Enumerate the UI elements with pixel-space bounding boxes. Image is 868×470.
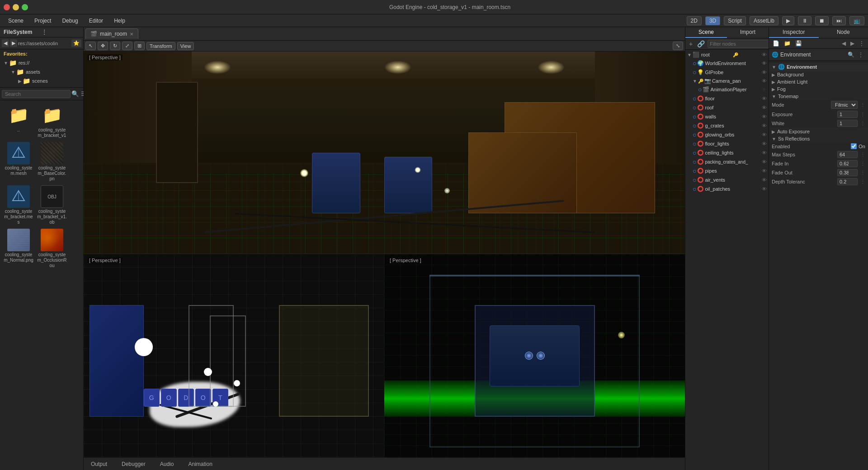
- enabled-checkbox[interactable]: [851, 143, 857, 149]
- search-environment-btn[interactable]: 🔍: [846, 51, 856, 59]
- filesystem-menu-icon[interactable]: ⋮: [42, 29, 80, 35]
- visibility-icon[interactable]: 👁: [762, 168, 767, 174]
- tree-item-scenes[interactable]: ▶ 📁 scenes: [18, 76, 80, 85]
- expand-button[interactable]: ⤡: [673, 42, 683, 50]
- scale-tool-button[interactable]: ⤢: [122, 42, 132, 50]
- bookmark-button[interactable]: ⭐: [71, 39, 81, 47]
- maximize-button[interactable]: [22, 4, 28, 10]
- move-tool-button[interactable]: ✥: [98, 42, 108, 50]
- inspector-tab[interactable]: Inspector: [769, 27, 819, 38]
- save-icon-btn[interactable]: 💾: [793, 39, 804, 47]
- step-button[interactable]: ⏭: [832, 16, 846, 25]
- ss-reflections-subsection[interactable]: ▼ Ss Reflections: [769, 135, 868, 142]
- scene-node-walls[interactable]: ○ ⭕ walls 👁: [691, 112, 769, 121]
- scene-node-giprobe[interactable]: ○ 💡 GIProbe 👁: [691, 68, 769, 77]
- transform-tool-button[interactable]: ⊞: [134, 42, 145, 50]
- fade-out-input[interactable]: [837, 169, 858, 176]
- scene-tab[interactable]: Scene: [685, 27, 727, 38]
- list-item[interactable]: cooling_syste m_bracket.mes: [3, 184, 34, 226]
- tree-item-assets[interactable]: ▼ 📁 assets: [11, 67, 80, 76]
- output-tab[interactable]: Output: [87, 460, 111, 468]
- fade-in-dots[interactable]: ⋮: [860, 161, 865, 167]
- list-item[interactable]: cooling_syste m_BaseColor.pn: [36, 141, 68, 183]
- scene-node-floor[interactable]: ○ ⭕ floor 👁: [691, 94, 769, 103]
- scene-node-floorlights[interactable]: ○ ⭕ floor_lights 👁: [691, 139, 769, 148]
- fog-subsection[interactable]: ▶ Fog: [769, 85, 868, 93]
- scene-node-gcrates[interactable]: ○ ⭕ g_crates 👁: [691, 121, 769, 130]
- visibility-icon[interactable]: 👁: [762, 105, 767, 110]
- scene-node-packingcrates[interactable]: ○ ⭕ packing_crates_and_ 👁: [691, 157, 769, 166]
- search-button[interactable]: 🔍: [71, 89, 80, 98]
- scene-node-ceilinglights[interactable]: ○ ⭕ ceiling_lights 👁: [691, 148, 769, 157]
- scene-node-root[interactable]: ▼ ⬛ root 🔑 👁: [685, 51, 769, 59]
- animation-tab[interactable]: Animation: [184, 460, 216, 468]
- viewport-bottom-left[interactable]: [ Perspective ]: [84, 254, 384, 457]
- visibility-icon[interactable]: 👁: [762, 96, 767, 101]
- list-item[interactable]: cooling_syste m.mesh: [3, 141, 34, 183]
- node-tab[interactable]: Node: [819, 27, 868, 38]
- transform-button[interactable]: Transform: [146, 42, 175, 50]
- max-steps-input[interactable]: [837, 151, 858, 158]
- list-item[interactable]: OBJ cooling_syste m_bracket_v1.ob: [36, 184, 68, 226]
- viewport-bottom-right[interactable]: [ Perspective ]: [384, 254, 685, 457]
- list-item[interactable]: cooling_syste m_Normal.png: [3, 228, 34, 269]
- folder-icon-btn[interactable]: 📁: [782, 39, 793, 47]
- menu-debug[interactable]: Debug: [57, 16, 82, 26]
- list-item[interactable]: 📁 ..: [3, 103, 34, 139]
- environment-menu-btn[interactable]: ⋮: [856, 51, 865, 59]
- back-button[interactable]: ◀: [2, 39, 9, 47]
- pause-button[interactable]: ⏸: [798, 16, 811, 25]
- file-icon-btn[interactable]: 📄: [771, 39, 781, 47]
- visibility-icon[interactable]: 👁: [762, 70, 767, 75]
- visibility-icon[interactable]: 👁: [762, 132, 767, 137]
- viewport-top[interactable]: [ Perspective ]: [84, 52, 685, 254]
- rotate-tool-button[interactable]: ↻: [110, 42, 120, 50]
- visibility-icon[interactable]: 👁: [762, 186, 767, 192]
- fade-out-dots[interactable]: ⋮: [860, 170, 865, 176]
- visibility-icon[interactable]: 👁: [762, 61, 767, 66]
- tonemap-subsection[interactable]: ▼ Tonemap: [769, 93, 868, 100]
- forward-inspector-btn[interactable]: ▶: [849, 39, 856, 47]
- filter-nodes-input[interactable]: [708, 40, 774, 48]
- assetlib-button[interactable]: AssetLib: [750, 16, 778, 25]
- list-item[interactable]: 📁 cooling_syste m_bracket_v1: [36, 103, 68, 139]
- max-steps-dots[interactable]: ⋮: [860, 152, 865, 158]
- play-button[interactable]: ▶: [782, 16, 794, 25]
- scene-node-animplayer[interactable]: ○ 🎬 AnimationPlayer 👁: [696, 85, 769, 94]
- visibility-icon[interactable]: 👁: [762, 114, 767, 119]
- menu-editor[interactable]: Editor: [85, 16, 108, 26]
- environment-section-header[interactable]: ▼ 🌐 Environment: [769, 63, 868, 71]
- visibility-icon[interactable]: 👁: [762, 123, 767, 128]
- menu-help[interactable]: Help: [109, 16, 130, 26]
- visibility-icon[interactable]: 👁: [762, 52, 767, 57]
- scene-node-glowingorbs[interactable]: ○ ⭕ glowing_orbs 👁: [691, 130, 769, 139]
- add-node-button[interactable]: +: [687, 39, 694, 48]
- mode-3d-button[interactable]: 3D: [705, 16, 720, 25]
- ambient-light-subsection[interactable]: ▶ Ambient Light: [769, 78, 868, 85]
- remote-button[interactable]: 📺: [849, 16, 864, 25]
- window-controls[interactable]: [4, 4, 28, 10]
- inspector-menu-btn[interactable]: ⋮: [857, 39, 866, 47]
- visibility-icon[interactable]: 👁: [762, 78, 767, 84]
- import-tab[interactable]: Import: [727, 27, 769, 38]
- select-tool-button[interactable]: ↖: [85, 42, 96, 50]
- mode-dots[interactable]: ⋮: [860, 102, 865, 108]
- debugger-tab[interactable]: Debugger: [118, 460, 149, 468]
- view-button[interactable]: View: [177, 42, 194, 50]
- main-room-tab[interactable]: 🎬 main_room ✕: [85, 28, 138, 39]
- white-input[interactable]: [837, 120, 858, 127]
- scene-node-pipes[interactable]: ○ ⭕ pipes 👁: [691, 166, 769, 175]
- visibility-icon[interactable]: 👁: [762, 159, 767, 164]
- depth-tolerance-dots[interactable]: ⋮: [860, 179, 865, 185]
- link-node-button[interactable]: 🔗: [695, 39, 707, 48]
- script-button[interactable]: Script: [724, 16, 746, 25]
- visibility-icon[interactable]: 👁: [762, 177, 767, 183]
- minimize-button[interactable]: [13, 4, 19, 10]
- list-item[interactable]: cooling_syste m_OcclusionRou: [36, 228, 68, 269]
- tab-close-button[interactable]: ✕: [130, 32, 133, 37]
- menu-project[interactable]: Project: [30, 16, 56, 26]
- visibility-icon[interactable]: 👁: [762, 141, 767, 146]
- visibility-icon[interactable]: 👁: [762, 150, 767, 155]
- stop-button[interactable]: ⏹: [815, 16, 829, 25]
- scene-node-airvents[interactable]: ○ ⭕ air_vents 👁: [691, 175, 769, 184]
